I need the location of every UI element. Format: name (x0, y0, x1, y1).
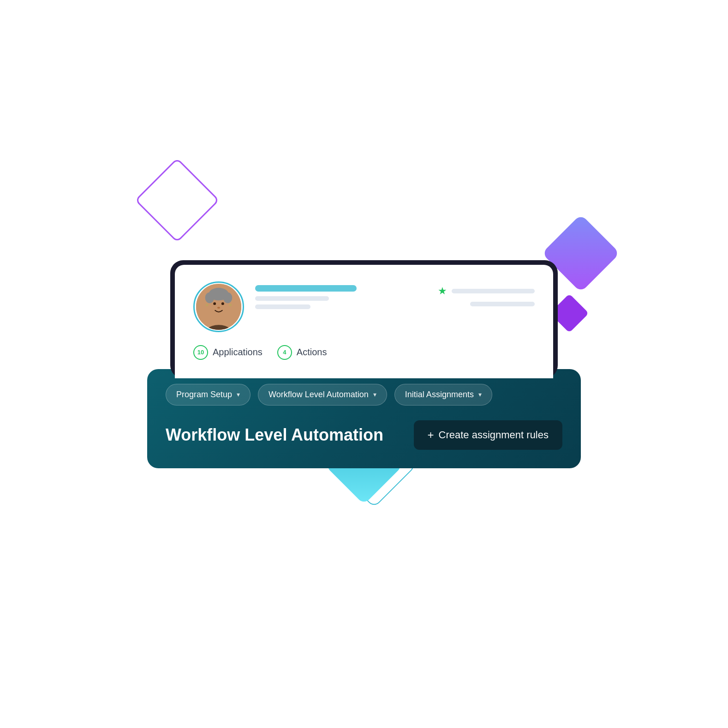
plus-icon: + (428, 429, 434, 442)
tab-workflow-automation-label: Workflow Level Automation (269, 390, 369, 400)
create-assignment-rules-label: Create assignment rules (439, 429, 549, 441)
svg-point-4 (205, 292, 215, 303)
profile-info (255, 281, 427, 309)
svg-point-8 (217, 307, 220, 309)
applications-count-badge: 10 (193, 345, 208, 360)
top-card-wrapper: ★ 10 Applications 4 Actions (170, 260, 558, 378)
svg-point-6 (213, 302, 216, 305)
stats-row: 10 Applications 4 Actions (193, 345, 535, 360)
tab-workflow-automation[interactable]: Workflow Level Automation ▾ (258, 384, 387, 406)
profile-detail-line-2 (255, 304, 310, 309)
star-icon: ★ (438, 285, 447, 297)
right-detail-line-2 (470, 302, 535, 306)
panel-bottom-row: Workflow Level Automation + Create assig… (166, 420, 562, 450)
profile-detail-line-1 (255, 296, 329, 301)
star-row: ★ (438, 285, 535, 297)
svg-point-7 (221, 302, 224, 305)
avatar (196, 284, 241, 330)
tab-program-setup[interactable]: Program Setup ▾ (166, 384, 251, 406)
applications-stat: 10 Applications (193, 345, 263, 360)
avatar-container (193, 281, 244, 332)
tab-initial-assignments[interactable]: Initial Assignments ▾ (394, 384, 492, 406)
actions-stat: 4 Actions (277, 345, 327, 360)
profile-card: ★ 10 Applications 4 Actions (175, 265, 553, 378)
profile-name-line (255, 285, 357, 292)
bottom-panel: Program Setup ▾ Workflow Level Automatio… (147, 369, 581, 468)
right-info: ★ (438, 281, 535, 306)
applications-label: Applications (213, 347, 263, 358)
tab-initial-assignments-label: Initial Assignments (405, 390, 474, 400)
svg-point-9 (206, 304, 209, 306)
tab-program-setup-label: Program Setup (176, 390, 232, 400)
actions-count-badge: 4 (277, 345, 292, 360)
chevron-down-icon: ▾ (237, 391, 240, 398)
panel-title: Workflow Level Automation (166, 425, 383, 445)
create-assignment-rules-button[interactable]: + Create assignment rules (414, 420, 562, 450)
svg-point-10 (229, 304, 232, 306)
device-wrapper: ★ 10 Applications 4 Actions (156, 260, 572, 468)
avatar-ring (193, 281, 244, 332)
right-detail-line-1 (452, 289, 535, 293)
profile-row: ★ (193, 281, 535, 332)
nav-tabs: Program Setup ▾ Workflow Level Automatio… (166, 384, 562, 406)
chevron-down-icon: ▾ (478, 391, 482, 398)
chevron-down-icon: ▾ (373, 391, 376, 398)
svg-point-5 (223, 292, 233, 303)
scene: ★ 10 Applications 4 Actions (110, 156, 618, 572)
diamond-purple-outline-icon (135, 158, 220, 243)
actions-label: Actions (297, 347, 327, 358)
